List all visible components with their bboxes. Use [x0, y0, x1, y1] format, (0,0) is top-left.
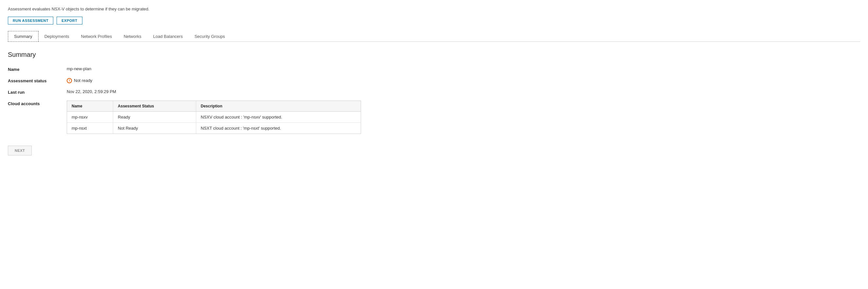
run-assessment-button[interactable]: RUN ASSESSMENT [8, 17, 53, 25]
tab-network-profiles[interactable]: Network Profiles [75, 31, 118, 41]
tab-security-groups[interactable]: Security Groups [189, 31, 231, 41]
tab-load-balancers[interactable]: Load Balancers [147, 31, 188, 41]
row2-description: NSXT cloud account : 'mp-nsxt' supported… [196, 123, 361, 134]
col-name: Name [67, 101, 113, 112]
row1-status: Ready [113, 112, 196, 123]
cloud-accounts-table-wrapper: Name Assessment Status Description mp-ns… [67, 101, 361, 134]
table-row: mp-nsxv Ready NSXV cloud account : 'mp-n… [67, 112, 361, 123]
assessment-status-label: Assessment status [8, 78, 67, 83]
info-grid: Name mp-new-plan Assessment status ! Not… [8, 66, 860, 134]
warning-icon: ! [67, 78, 72, 83]
tab-summary[interactable]: Summary [8, 31, 39, 42]
name-value: mp-new-plan [67, 66, 860, 72]
assessment-status-text: Not ready [74, 78, 92, 83]
table-header-row: Name Assessment Status Description [67, 101, 361, 112]
next-button[interactable]: NEXT [8, 146, 32, 155]
section-title: Summary [8, 51, 860, 59]
assessment-status-value: ! Not ready [67, 78, 860, 83]
toolbar: RUN ASSESSMENT EXPORT [8, 17, 860, 25]
tab-networks[interactable]: Networks [118, 31, 147, 41]
col-assessment-status: Assessment Status [113, 101, 196, 112]
row2-status: Not Ready [113, 123, 196, 134]
export-button[interactable]: EXPORT [57, 17, 82, 25]
tab-bar: Summary Deployments Network Profiles Net… [8, 31, 860, 42]
last-run-value: Nov 22, 2020, 2:59:29 PM [67, 89, 860, 95]
name-label: Name [8, 66, 67, 72]
cloud-accounts-table: Name Assessment Status Description mp-ns… [67, 101, 361, 134]
tab-deployments[interactable]: Deployments [39, 31, 75, 41]
row1-name: mp-nsxv [67, 112, 113, 123]
table-row: mp-nsxt Not Ready NSXT cloud account : '… [67, 123, 361, 134]
page-description: Assessment evaluates NSX-V objects to de… [8, 6, 860, 11]
last-run-label: Last run [8, 89, 67, 95]
cloud-accounts-label: Cloud accounts [8, 101, 67, 134]
col-description: Description [196, 101, 361, 112]
row2-name: mp-nsxt [67, 123, 113, 134]
row1-description: NSXV cloud account : 'mp-nsxv' supported… [196, 112, 361, 123]
footer: NEXT [8, 146, 860, 155]
